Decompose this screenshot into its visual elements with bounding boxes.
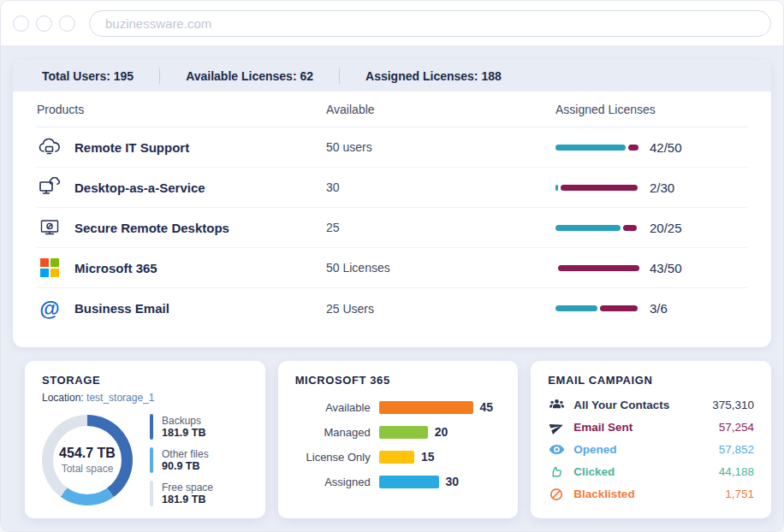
assigned-licenses-stat: Assigned Licenses: 188 bbox=[365, 69, 502, 83]
bar-remaining-segment bbox=[600, 305, 638, 311]
bar-used-segment bbox=[555, 305, 597, 311]
summary-stats-bar: Total Users: 195 Available Licenses: 62 … bbox=[13, 60, 771, 92]
stat-label: Blacklisted bbox=[573, 488, 634, 500]
paper-plane-icon bbox=[548, 420, 565, 435]
eye-icon bbox=[548, 442, 565, 458]
window-control-dot-2[interactable] bbox=[36, 15, 52, 32]
donut-center: 454.7 TB Total space bbox=[53, 426, 122, 494]
bar-label: Assigned bbox=[295, 476, 371, 488]
storage-legend: Backups 181.9 TB Other files 90.9 TB bbox=[150, 414, 213, 506]
storage-location: Location: test_storage_1 bbox=[42, 392, 248, 404]
bar-remaining-segment bbox=[561, 185, 638, 191]
stat-row-clicked: Clicked 44,188 bbox=[548, 464, 754, 480]
total-space-value: 454.7 TB bbox=[59, 446, 116, 461]
legend-color-bar bbox=[150, 481, 153, 506]
table-header-row: Products Available Assigned Licenses bbox=[37, 92, 747, 127]
desktop-cloud-icon bbox=[37, 176, 62, 198]
stat-label: Email Sent bbox=[573, 421, 633, 434]
license-usage-bar bbox=[555, 265, 639, 271]
license-usage-bar bbox=[555, 145, 639, 151]
license-ratio: 20/25 bbox=[650, 221, 682, 235]
divider bbox=[339, 68, 340, 84]
email-campaign-card: EMAIL CAMPAIGN All Your Contacts 375,310 bbox=[531, 361, 771, 518]
license-usage-bar bbox=[555, 305, 639, 311]
stat-value: 57,254 bbox=[719, 421, 754, 434]
table-row: @ Business Email 25 Users 3/6 bbox=[37, 288, 747, 328]
stat-row-contacts: All Your Contacts 375,310 bbox=[548, 397, 754, 413]
legend-value: 181.9 TB bbox=[162, 427, 205, 439]
bar-value: 45 bbox=[480, 400, 494, 414]
secure-desktop-icon bbox=[37, 216, 62, 239]
table-row: Desktop-as-a-Service 30 2/30 bbox=[37, 168, 747, 208]
stat-label: All Your Contacts bbox=[573, 399, 669, 411]
legend-label: Other files bbox=[162, 448, 209, 460]
stat-value: 44,188 bbox=[719, 465, 754, 478]
license-ratio: 2/30 bbox=[650, 180, 674, 195]
legend-item-free-space: Free space 181.9 TB bbox=[150, 481, 213, 506]
window-control-dot-3[interactable] bbox=[59, 15, 75, 32]
thumbs-up-icon bbox=[548, 464, 565, 480]
bar-remaining-segment bbox=[558, 265, 639, 271]
bar-used-segment bbox=[555, 225, 621, 231]
available-value: 25 Users bbox=[326, 302, 555, 316]
ms365-title: MICROSOFT 365 bbox=[295, 374, 502, 387]
location-value: test_storage_1 bbox=[86, 392, 154, 404]
stat-label: Clicked bbox=[573, 465, 615, 478]
products-table: Products Available Assigned Licenses Rem… bbox=[13, 92, 771, 328]
stat-value: 57,852 bbox=[719, 443, 754, 456]
legend-label: Free space bbox=[162, 482, 213, 494]
bar-value: 15 bbox=[421, 450, 435, 464]
bar-remaining-segment bbox=[623, 225, 637, 231]
address-bar-input[interactable] bbox=[89, 10, 771, 37]
page-content: Total Users: 195 Available Licenses: 62 … bbox=[1, 45, 783, 531]
bar-available bbox=[379, 401, 473, 414]
product-name: Business Email bbox=[74, 301, 169, 316]
available-value: 50 users bbox=[326, 140, 555, 154]
header-available: Available bbox=[326, 103, 555, 116]
browser-toolbar bbox=[1, 1, 783, 45]
email-campaign-title: EMAIL CAMPAIGN bbox=[548, 374, 754, 387]
blocked-icon bbox=[548, 487, 565, 502]
location-label: Location: bbox=[42, 392, 84, 404]
bar-value: 30 bbox=[446, 475, 460, 488]
available-value: 50 Licenses bbox=[326, 261, 555, 275]
header-assigned: Assigned Licenses bbox=[555, 103, 747, 116]
stat-row-email-sent: Email Sent 57,254 bbox=[548, 419, 754, 435]
bar-row-assigned: Assigned 30 bbox=[295, 475, 502, 488]
bar-label: Available bbox=[295, 401, 371, 414]
license-ratio: 3/6 bbox=[650, 301, 668, 316]
bar-label: License Only bbox=[295, 451, 371, 464]
stat-row-opened: Opened 57,852 bbox=[548, 441, 754, 458]
bar-row-license-only: License Only 15 bbox=[295, 450, 502, 464]
product-name: Remote IT Support bbox=[74, 140, 189, 155]
window-control-dot-1[interactable] bbox=[13, 15, 29, 32]
available-licenses-stat: Available Licenses: 62 bbox=[186, 69, 313, 83]
bar-assigned bbox=[379, 476, 439, 488]
stat-row-blacklisted: Blacklisted 1,751 bbox=[548, 486, 754, 502]
bar-license-only bbox=[379, 451, 414, 464]
license-ratio: 43/50 bbox=[650, 261, 682, 275]
storage-card: STORAGE Location: test_storage_1 454.7 T… bbox=[25, 361, 265, 518]
ms365-bar-chart: Available 45 Managed 20 bbox=[295, 400, 502, 488]
bar-row-managed: Managed 20 bbox=[295, 425, 502, 439]
table-row: Remote IT Support 50 users 42/50 bbox=[37, 127, 747, 168]
contacts-icon bbox=[548, 398, 565, 413]
total-space-label: Total space bbox=[62, 463, 114, 475]
bar-value: 20 bbox=[435, 425, 448, 439]
cloud-remote-support-icon bbox=[37, 136, 62, 158]
licenses-panel: Total Users: 195 Available Licenses: 62 … bbox=[13, 60, 771, 347]
license-usage-bar bbox=[555, 185, 639, 191]
available-value: 25 bbox=[326, 221, 555, 234]
bar-managed bbox=[379, 426, 428, 439]
license-usage-bar bbox=[555, 225, 639, 231]
storage-title: STORAGE bbox=[42, 374, 248, 387]
header-products: Products bbox=[37, 103, 326, 116]
product-name: Microsoft 365 bbox=[74, 261, 157, 275]
legend-item-other-files: Other files 90.9 TB bbox=[150, 447, 213, 473]
bar-used-segment bbox=[555, 185, 558, 191]
bar-used-segment bbox=[555, 145, 626, 151]
bar-label: Managed bbox=[295, 426, 371, 439]
stat-label: Opened bbox=[573, 443, 616, 456]
legend-color-bar bbox=[150, 447, 153, 473]
divider bbox=[159, 68, 160, 84]
